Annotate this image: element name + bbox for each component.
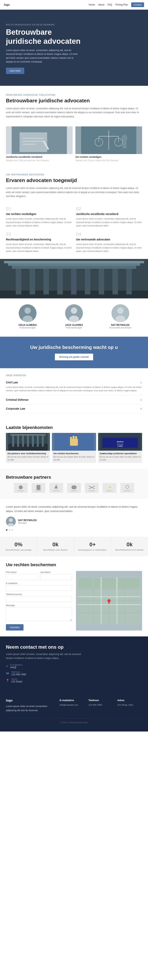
form-submit-button[interactable]: Inzenden — [6, 624, 24, 630]
footer-phone-link[interactable]: 123-456-7890 — [88, 704, 113, 706]
services-tag: ONZE DIENSTEN — [6, 374, 142, 377]
events-grid: Uw partners voor rechtsbescherming Bij o… — [6, 433, 142, 463]
svg-text:CONTACT: CONTACT — [88, 490, 95, 492]
email-icon: ✉ — [6, 665, 8, 668]
stat-label-4: Beschikbaarheid voor klanten — [114, 549, 145, 551]
svg-rect-97 — [118, 578, 140, 588]
service-item-2[interactable]: Criminal Defense ∨ — [6, 395, 142, 404]
service-item-3[interactable]: Corporate Law ∨ — [6, 404, 142, 413]
feature-title-4: Uw vertrouwde advocaten — [76, 238, 142, 241]
team-avatar-1 — [19, 304, 37, 322]
testimonial-dot-1[interactable] — [6, 529, 8, 531]
feature-text-1: Lorem ipsum dolor sit amet, consectetur … — [6, 217, 72, 228]
team-card-3: NAT REYNOLDS Accountant-accountant — [105, 304, 135, 329]
events-title: Laatste bijeenkomsten — [6, 425, 142, 430]
svg-text:CONTACT: CONTACT — [106, 490, 113, 492]
team-section: CELIA ALMEIDA Kantoormanager JACK ALVARE… — [0, 298, 148, 337]
advocates-tag: UW VERTROUWDE ADVOCATEN — [6, 173, 142, 176]
svg-text:FOR OUR: FOR OUR — [117, 444, 123, 445]
message-label: Message — [6, 604, 72, 606]
email-label: E-mailadres — [6, 582, 72, 584]
footer-col-2: Telefoon 123-456-7890 — [88, 699, 113, 713]
testimonial-dot-3[interactable] — [11, 529, 13, 531]
svg-text:CONTACT: CONTACT — [124, 490, 130, 492]
svg-point-33 — [71, 307, 77, 314]
img-caption-2: Uw rechten verdedigen — [75, 156, 142, 158]
footer-col-3: Adres 123 Straat, Stad — [117, 699, 142, 713]
img-card-1: Juridische excellentie verzekerd Sample … — [6, 126, 73, 162]
stats-section: 0% Tevredenheids- percentage 0k Beschikb… — [0, 537, 148, 556]
phone-input[interactable] — [6, 596, 72, 602]
svg-rect-68 — [72, 485, 76, 489]
hero-cta-button[interactable]: Lees meer — [6, 68, 24, 74]
footer-grid: logo Lorem ipsum dolor sit amet consecte… — [6, 699, 142, 713]
message-textarea[interactable] — [6, 607, 72, 621]
team-row: CELIA ALMEIDA Kantoormanager JACK ALVARE… — [6, 304, 142, 331]
form-field-phone: Telefoonnummer — [6, 593, 72, 602]
svg-rect-45 — [37, 435, 39, 447]
service-item-1[interactable]: Civil Law ∧ Lorem ipsum dolor sit amet, … — [6, 378, 142, 395]
phone-label: Telefoonnummer — [6, 593, 72, 595]
hero-title: Betrouwbare juridische advocaten — [6, 28, 89, 46]
lastname-input[interactable] — [40, 574, 72, 580]
intro-title: Betrouwbare juridische advocaten — [6, 98, 142, 104]
svg-point-59 — [19, 485, 23, 489]
cta-button[interactable]: Drinnog om gratis consult — [55, 354, 93, 360]
event-img-3: MARCH FOR OUR LIVES — [98, 433, 142, 451]
nav-faq[interactable]: FAQ — [108, 3, 112, 6]
court-banner — [0, 259, 148, 298]
advocates-title: Ervaren advocaten toegewijd — [6, 177, 142, 183]
event-img-1 — [6, 433, 50, 451]
svg-rect-18 — [30, 267, 35, 294]
team-name-3: NAT REYNOLDS — [111, 324, 130, 326]
firstname-input[interactable] — [6, 574, 38, 580]
nav-about[interactable]: About — [98, 3, 104, 6]
img-sample-2: Sample text. Click to select the Text El… — [75, 159, 142, 162]
testimonial-text: Lorem ipsum dolor sit amet, consectetur … — [6, 505, 142, 513]
form-field-message: Message — [6, 604, 72, 621]
testimonial-dot-2[interactable] — [9, 529, 10, 531]
footer-email-link[interactable]: info@example.com — [60, 704, 84, 706]
stat-item-1: 0% Tevredenheids- percentage — [0, 537, 37, 556]
feature-title-2: Juridische excellentie verzekerd — [76, 212, 142, 216]
footer-phone-value: 123-456-7890 — [11, 673, 26, 676]
footer-contact-title: Neem contact met ons op — [6, 644, 142, 650]
email-input[interactable] — [6, 585, 72, 591]
chevron-down-icon-1: ∧ — [140, 381, 142, 384]
footer-email-row: ✉ E-mailadres info@ — [6, 663, 142, 669]
nav-cta-button[interactable]: Contact — [131, 2, 144, 7]
event-card-1: Uw partners voor rechtsbescherming Bij o… — [6, 433, 50, 463]
svg-rect-96 — [102, 578, 116, 588]
nav-links: Home About FAQ Pricing Plan Contact — [89, 2, 144, 7]
feature-text-4: Lorem ipsum dolor sit amet, consectetur … — [76, 243, 142, 253]
chevron-down-icon-3: ∨ — [140, 407, 142, 410]
event-title-2: Uw rechten beschermen — [54, 452, 94, 455]
event-text-2: Bij ons als uw ei quam dolor sit amet, d… — [54, 455, 94, 461]
testimonial-info: NAT REYNOLDS Manager — [18, 519, 37, 524]
event-img-2 — [52, 433, 96, 451]
feature-text-3: Lorem ipsum dolor sit amet, consectetur … — [6, 243, 72, 253]
intro-text: Lorem ipsum dolor sit amet, consectetur … — [6, 107, 142, 119]
phone-icon: ☎ — [6, 672, 9, 675]
nav-pricing[interactable]: Pricing Plan — [115, 3, 128, 6]
svg-text:CONTACT: CONTACT — [35, 490, 42, 492]
testimonial-person: NAT REYNOLDS Manager — [6, 517, 142, 527]
contact-form-title: Uw rechten beschermen — [6, 562, 142, 567]
svg-point-81 — [9, 518, 13, 522]
feature-num-1: 01 — [6, 206, 72, 212]
nav-home[interactable]: Home — [89, 3, 95, 6]
stat-label-2: Beschikbaar voor klanten — [40, 549, 71, 551]
svg-text:CONTACT: CONTACT — [18, 490, 24, 492]
footer-address-value: 123 Straat — [11, 680, 22, 683]
firstname-label: First Name — [6, 571, 38, 573]
svg-rect-23 — [99, 267, 104, 294]
testimonial-section: Lorem ipsum dolor sit amet, consectetur … — [0, 499, 148, 537]
location-icon: 📍 — [6, 679, 9, 682]
feature-item-3: 03 Rechtvaardigheid en bescherming Lorem… — [6, 232, 72, 253]
stat-num-4: 0k — [114, 541, 145, 548]
footer-address-label: Adres — [11, 678, 22, 680]
footer-brand-text: Lorem ipsum dolor sit amet consectetur a… — [6, 704, 56, 713]
footer-address-text: 123 Straat, Stad — [117, 704, 142, 706]
svg-rect-52 — [75, 436, 77, 440]
service-name-3: Corporate Law — [6, 407, 25, 410]
